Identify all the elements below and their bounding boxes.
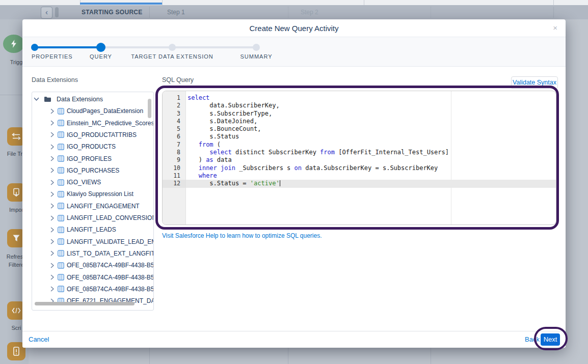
editor-code: select data.SubscriberKey, s.SubscriberT… (186, 91, 556, 225)
chevron-right-icon[interactable] (50, 167, 55, 173)
code-line: s.DateJoined, (186, 118, 556, 125)
tree-item[interactable]: Einstein_MC_Predictive_Scores (32, 118, 154, 129)
step-dot-query[interactable] (96, 43, 105, 52)
tree-item-label: IGO_PRODUCTATTRIBS (67, 131, 137, 138)
tree-item[interactable]: Klaviyo Suppression List (32, 188, 154, 200)
code-line: from ( (186, 141, 556, 149)
tree-item[interactable]: IGO_PURCHASES (32, 165, 154, 176)
chevron-right-icon[interactable] (50, 108, 55, 114)
code-line: select (186, 94, 556, 102)
chevron-right-icon[interactable] (50, 132, 55, 137)
tab-divider (364, 0, 364, 5)
data-extension-table-icon (58, 191, 64, 198)
tree-item-label: LANGFIT_LEADS (67, 226, 116, 233)
back-chevron-button[interactable]: ‹ (41, 7, 52, 19)
tree-item[interactable]: LANGFIT_ENGAGEMENT (32, 201, 154, 212)
chevron-right-icon[interactable] (50, 215, 55, 221)
data-extension-table-icon (58, 238, 64, 245)
chevron-right-icon[interactable] (50, 203, 55, 209)
sql-query-heading: SQL Query (162, 76, 194, 83)
tree-item[interactable]: LIST_TO_DATA_EXT_LANGFIT (32, 248, 154, 259)
lightning-icon[interactable] (3, 35, 24, 53)
tree-item-label: Klaviyo Suppression List (67, 190, 133, 198)
tree-item[interactable]: LANGFIT_VALIDATE_LEAD_EMAIL_ (32, 236, 154, 247)
tree-item[interactable]: IGO_PRODUCTS (32, 141, 154, 152)
tree-item-label: OFE_085B74CA-49BF-4438-B566- (67, 274, 154, 281)
tree-item-label: OFE_085B74CA-49BF-4438-B566- (67, 262, 154, 269)
chevron-right-icon[interactable] (50, 286, 55, 292)
chevron-right-icon[interactable] (50, 191, 55, 197)
scrollbar-thumb[interactable] (55, 7, 59, 17)
code-line: ) as data (186, 156, 556, 164)
canvas-toolbar: ‹ STARTING SOURCE Step 1 Step 2 (0, 5, 588, 19)
step-connector (101, 46, 172, 48)
back-button[interactable]: Back (525, 331, 540, 348)
tab-step-1[interactable]: Step 1 (167, 9, 185, 16)
step-label-summary[interactable]: SUMMARY (240, 53, 272, 60)
tab-starting-source[interactable]: STARTING SOURCE (82, 9, 143, 16)
tree-item[interactable]: OFE_085B74CA-49BF-4438-B566- (32, 284, 154, 295)
tree-item-label: LIST_TO_DATA_EXT_LANGFIT (67, 250, 154, 257)
code-line: data.SubscriberKey, (186, 102, 556, 109)
chevron-right-icon[interactable] (50, 227, 55, 233)
sql-help-link[interactable]: Visit Salesforce Help to learn how to op… (162, 232, 322, 239)
column-divider (149, 7, 150, 18)
data-extension-table-icon (58, 131, 64, 138)
tree-root-data-extensions[interactable]: Data Extensions (32, 94, 154, 105)
data-extension-table-icon (58, 203, 64, 209)
data-extension-table-icon (58, 286, 64, 292)
chevron-right-icon[interactable] (50, 180, 55, 185)
active-tab-underline (80, 3, 162, 5)
chevron-right-icon[interactable] (50, 274, 55, 280)
chevron-right-icon[interactable] (50, 250, 55, 256)
line-number: 12 (163, 180, 185, 187)
modal-footer: Cancel Back Next (22, 331, 566, 348)
tree-item[interactable]: CloudPages_DataExtension (32, 105, 154, 117)
modal-title: Create New Query Activity (22, 19, 566, 37)
tree-item[interactable]: IGO_PROFILES (32, 153, 154, 164)
code-line: s.SubscriberType, (186, 110, 556, 118)
tree-vertical-scrollbar[interactable] (148, 99, 151, 118)
line-number: 6 (163, 133, 185, 141)
sql-editor[interactable]: 123456789101112 select data.SubscriberKe… (162, 91, 556, 225)
tree-item-label: OFE_085B74CA-49BF-4438-B566- (67, 286, 154, 293)
chevron-down-icon[interactable] (34, 97, 39, 101)
chevron-right-icon[interactable] (50, 120, 55, 126)
validate-syntax-button[interactable]: Validate Syntax (511, 76, 558, 89)
next-button[interactable]: Next (541, 333, 560, 346)
close-icon[interactable]: × (553, 24, 557, 32)
tree-item-label: LANGFIT_ENGAGEMENT (67, 203, 140, 210)
step-dot-summary[interactable] (253, 44, 260, 51)
chevron-right-icon[interactable] (50, 263, 55, 268)
tab-divider (553, 0, 554, 5)
chevron-right-icon[interactable] (50, 156, 55, 161)
tree-item[interactable]: OFE_085B74CA-49BF-4438-B566- (32, 260, 154, 271)
data-extension-table-icon (58, 227, 64, 233)
step-label-properties[interactable]: PROPERTIES (32, 53, 73, 60)
step-label-query[interactable]: QUERY (90, 53, 112, 60)
data-extensions-heading: Data Extensions (32, 76, 78, 83)
line-number: 9 (163, 156, 185, 164)
tree-item[interactable]: LANGFIT_LEADS (32, 224, 154, 235)
step-label-target-data-extension[interactable]: TARGET DATA EXTENSION (131, 53, 213, 60)
step-connector (35, 46, 101, 48)
canvas-grid-line (288, 348, 288, 364)
data-extension-table-icon (58, 179, 64, 186)
line-number: 2 (163, 102, 185, 109)
chevron-right-icon[interactable] (50, 239, 55, 244)
tree-horizontal-scrollbar[interactable] (35, 302, 135, 305)
line-number: 5 (163, 125, 185, 133)
tree-item[interactable]: IGO_PRODUCTATTRIBS (32, 129, 154, 141)
step-dot-target-data-extension[interactable] (169, 44, 176, 51)
tree-item[interactable]: IGO_VIEWS (32, 177, 154, 188)
data-extension-table-icon (58, 167, 64, 174)
data-extension-table-icon (58, 262, 64, 269)
tree-item[interactable]: LANGFIT_LEAD_CONVERSION (32, 212, 154, 223)
column-divider (288, 7, 288, 18)
step-connector (172, 46, 256, 48)
tree-item-label: IGO_VIEWS (67, 179, 101, 186)
tree-item[interactable]: OFE_085B74CA-49BF-4438-B566- (32, 272, 154, 283)
step-dot-properties[interactable] (31, 44, 38, 51)
cancel-button[interactable]: Cancel (29, 331, 49, 348)
chevron-right-icon[interactable] (50, 144, 55, 150)
